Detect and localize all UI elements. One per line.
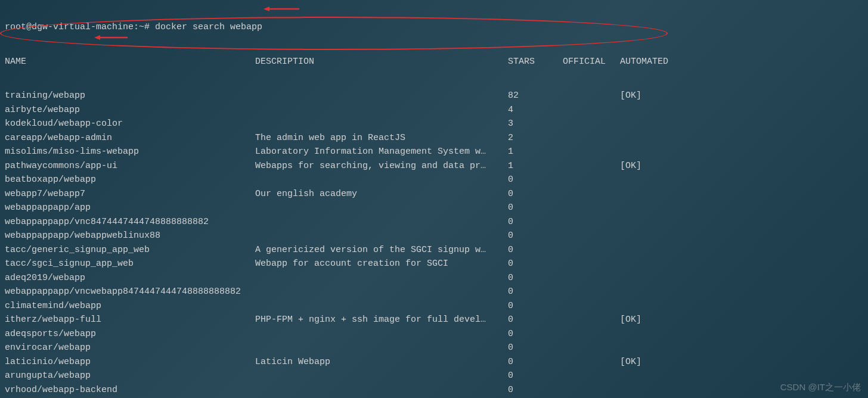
svg-marker-3 — [94, 35, 100, 40]
cell-stars: 0 — [508, 327, 563, 341]
cell-stars: 0 — [508, 215, 563, 229]
table-row: misolims/miso-lims-webappLaboratory Info… — [5, 145, 863, 159]
table-row: webappappapp/vnc84744474447488888888820 — [5, 215, 863, 229]
watermark-text: CSDN @IT之一小佬 — [780, 382, 861, 393]
cell-name: adeqsports/webapp — [5, 327, 255, 341]
cell-stars: 0 — [508, 173, 563, 187]
cell-stars: 0 — [508, 187, 563, 201]
cell-name: webappappapp/webappweblinux88 — [5, 229, 255, 243]
cell-description: PHP-FPM + nginx + ssh image for full dev… — [255, 313, 508, 327]
cell-description: Webapp for account creation for SGCI — [255, 257, 508, 271]
cell-name: training/webapp — [5, 89, 255, 103]
table-row: vrhood/webapp-backend0 — [5, 383, 863, 397]
cell-stars: 3 — [508, 117, 563, 131]
cell-stars: 0 — [508, 313, 563, 327]
cell-description — [255, 285, 508, 299]
cell-stars: 0 — [508, 271, 563, 285]
cell-official — [563, 103, 620, 117]
cell-description — [255, 215, 508, 229]
table-row: webappappapp/app0 — [5, 201, 863, 215]
header-name: NAME — [5, 55, 255, 69]
cell-name: webappappapp/vncwebapp847444744474888888… — [5, 285, 255, 299]
cell-stars: 0 — [508, 229, 563, 243]
cell-official — [563, 243, 620, 257]
table-header: NAMEDESCRIPTIONSTARSOFFICIALAUTOMATED — [5, 55, 863, 69]
cell-name: vrhood/webapp-backend — [5, 383, 255, 397]
cell-stars: 0 — [508, 243, 563, 257]
table-row: adeq2019/webapp0 — [5, 271, 863, 285]
table-row: tacc/sgci_signup_app_webWebapp for accou… — [5, 257, 863, 271]
cell-official — [563, 257, 620, 271]
cell-name: airbyte/webapp — [5, 103, 255, 117]
cell-stars: 4 — [508, 103, 563, 117]
cell-name: webapp7/webapp7 — [5, 187, 255, 201]
cell-name: itherz/webapp-full — [5, 313, 255, 327]
cell-automated: [OK] — [620, 89, 641, 103]
table-row: beatboxapp/webapp0 — [5, 173, 863, 187]
table-row: laticinio/webappLaticin Webapp0[OK] — [5, 355, 863, 369]
cell-stars: 0 — [508, 355, 563, 369]
cell-description — [255, 229, 508, 243]
table-row: webappappapp/webappweblinux880 — [5, 229, 863, 243]
cell-official — [563, 159, 620, 173]
table-row: envirocar/webapp0 — [5, 341, 863, 355]
cell-name: pathwaycommons/app-ui — [5, 159, 255, 173]
cell-official — [563, 355, 620, 369]
cell-description — [255, 327, 508, 341]
cell-name: kodekloud/webapp-color — [5, 117, 255, 131]
annotation-arrow-icon — [94, 33, 128, 39]
cell-official — [563, 229, 620, 243]
cell-description — [255, 369, 508, 383]
cell-stars: 1 — [508, 145, 563, 159]
cell-stars: 0 — [508, 383, 563, 397]
cell-official — [563, 89, 620, 103]
cell-description — [255, 201, 508, 215]
cell-official — [563, 313, 620, 327]
cell-stars: 0 — [508, 257, 563, 271]
svg-marker-1 — [264, 7, 269, 11]
cell-automated: [OK] — [620, 313, 641, 327]
cell-description: Laticin Webapp — [255, 355, 508, 369]
table-row: careapp/webapp-adminThe admin web app in… — [5, 131, 863, 145]
cell-official — [563, 285, 620, 299]
table-row: webappappapp/vncwebapp847444744474888888… — [5, 285, 863, 299]
cell-official — [563, 173, 620, 187]
cell-stars: 0 — [508, 285, 563, 299]
cell-official — [563, 187, 620, 201]
table-row: webapp7/webapp7Our english academy0 — [5, 187, 863, 201]
cell-official — [563, 145, 620, 159]
cell-name: adeq2019/webapp — [5, 271, 255, 285]
cell-official — [563, 369, 620, 383]
cell-stars: 82 — [508, 89, 563, 103]
cell-official — [563, 383, 620, 397]
cell-stars: 0 — [508, 299, 563, 313]
cell-stars: 1 — [508, 159, 563, 173]
table-row: climatemind/webapp0 — [5, 299, 863, 313]
table-row: adeqsports/webapp0 — [5, 327, 863, 341]
cell-description: Webapps for searching, viewing and data … — [255, 159, 508, 173]
table-row: arungupta/webapp0 — [5, 369, 863, 383]
cell-description — [255, 89, 508, 103]
annotation-arrow-icon — [264, 5, 299, 11]
terminal-output: root@dgw-virtual-machine:~# docker searc… — [0, 0, 868, 398]
cell-name: beatboxapp/webapp — [5, 173, 255, 187]
table-row: training/webapp82[OK] — [5, 89, 863, 103]
cell-name: webappappapp/app — [5, 201, 255, 215]
cell-description — [255, 173, 508, 187]
cell-stars: 0 — [508, 369, 563, 383]
cell-description: The admin web app in ReactJS — [255, 131, 508, 145]
table-row: kodekloud/webapp-color3 — [5, 117, 863, 131]
table-row: airbyte/webapp4 — [5, 103, 863, 117]
table-row: pathwaycommons/app-uiWebapps for searchi… — [5, 159, 863, 173]
cell-official — [563, 327, 620, 341]
cell-description — [255, 383, 508, 397]
cell-description — [255, 299, 508, 313]
cell-description — [255, 103, 508, 117]
cell-description: Our english academy — [255, 187, 508, 201]
cell-official — [563, 215, 620, 229]
table-row: itherz/webapp-fullPHP-FPM + nginx + ssh … — [5, 313, 863, 327]
cell-official — [563, 299, 620, 313]
cell-official — [563, 117, 620, 131]
cell-name: tacc/generic_signup_app_web — [5, 243, 255, 257]
cell-official — [563, 271, 620, 285]
